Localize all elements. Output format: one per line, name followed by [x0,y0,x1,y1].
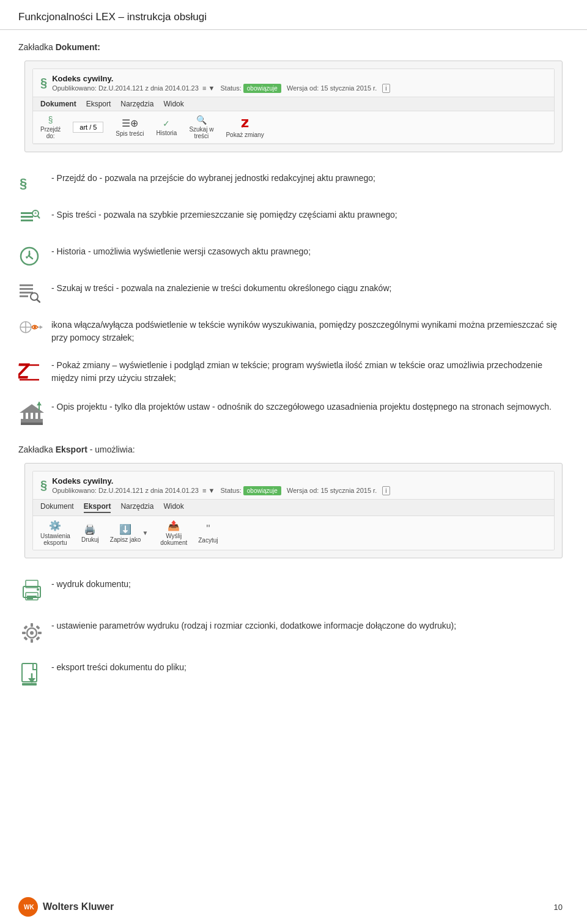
desc-text-szukaj: - Szukaj w treści - pozwala na znalezien… [51,282,569,295]
desc-icon-eksport [18,661,43,688]
ustawienia-icon: ⚙️ [49,520,61,531]
svg-text:+: + [34,211,37,215]
toolbar-buttons-1: § Przejdźdo: ☰⊕ Spis treści ✓ Historia 🔍 [33,111,554,144]
doc-info-1: Kodeks cywilny. Opublikowano: Dz.U.2014.… [52,74,389,92]
svg-rect-41 [31,623,33,627]
status-badge-2: obowiązuje [243,486,281,495]
svg-rect-11 [20,292,33,294]
page-content: Zakładka Dokument: § Kodeks cywilny. Opu… [0,42,587,737]
nav-narzedzia-2[interactable]: Narzędzia [120,502,153,513]
toolbar-nav-2: Dokument Eksport Narzędzia Widok [33,500,554,516]
desc-icon-opis [18,401,43,427]
zacytuj-btn[interactable]: " Zacytuj [198,523,218,544]
nav-dokument-2[interactable]: Dokument [40,502,74,513]
desc-ikona: ikona włącza/wyłącza podświetlenie w tek… [18,316,569,347]
page-title: Funkcjonalności LEX – instrukcja obsługi [18,11,569,23]
historia-btn[interactable]: ✓ Historia [156,119,177,136]
wyslij-label: Wyślijdokument [160,533,187,546]
desc-ustawienie: - ustawienie parametrów wydruku (rodzaj … [18,617,569,649]
przejdz-btn[interactable]: § Przejdźdo: [40,115,61,139]
nav-eksport-1[interactable]: Eksport [86,100,111,108]
pokaz-icon: Z̷ [241,117,249,130]
nav-widok-1[interactable]: Widok [163,100,183,108]
ui-screenshot-1: § Kodeks cywilny. Opublikowano: Dz.U.201… [24,61,563,152]
nav-dokument-1[interactable]: Dokument [40,100,76,108]
svg-rect-37 [27,598,33,599]
desc-text-pokaz: - Pokaż zmiany – wyświetlenie i podgląd … [51,359,569,385]
zacytuj-icon: " [206,523,210,536]
toolbar-nav-1: Dokument Eksport Narzędzia Widok [33,97,554,111]
pokaz-label: Pokaż zmiany [226,131,264,138]
desc-text-spis: - Spis treści - pozwala na szybkie przem… [51,209,569,221]
status-badge-1: obowiązuje [243,84,281,93]
spis-btn[interactable]: ☰⊕ Spis treści [116,117,144,137]
desc-icon-ikona [18,319,43,341]
zapisz-label: Zapisz jako [110,536,141,543]
desc-przejdz: § - Przejdź do - pozwala na przejście do… [18,169,569,196]
svg-rect-2 [21,216,33,218]
doc-header-2: § Kodeks cywilny. Opublikowano: Dz.U.201… [33,471,554,500]
desc-opis: - Opis projektu - tylko dla projektów us… [18,398,569,430]
zapisz-dropdown[interactable]: ▼ [141,530,149,536]
desc-icon-szukaj [18,282,43,304]
page-header: Funkcjonalności LEX – instrukcja obsługi [0,0,587,30]
przejdz-label: Przejdźdo: [40,126,61,139]
svg-rect-10 [20,288,33,290]
svg-rect-44 [38,632,42,634]
svg-rect-14 [20,295,28,297]
svg-rect-43 [22,632,26,634]
svg-point-18 [34,326,36,328]
ustawienia-label: Ustawieniaeksportu [40,533,70,546]
zapisz-btn[interactable]: ⬇️ Zapisz jako [110,523,141,543]
spis-label: Spis treści [116,130,144,137]
svg-rect-52 [22,683,37,686]
footer: WK Wolters Kluwer [18,897,114,917]
desc-eksport: - eksport treści dokumentu do pliku; [18,659,569,690]
ui-inner-1: § Kodeks cywilny. Opublikowano: Dz.U.201… [32,68,555,144]
desc-icon-pokaz: Z [18,359,43,386]
info-icon-2[interactable]: i [382,486,389,495]
drukuj-label: Drukuj [81,536,99,543]
doc-header-1: § Kodeks cywilny. Opublikowano: Dz.U.201… [33,69,554,97]
desc-icon-spis: + [18,209,43,231]
wyslij-icon: 📤 [168,520,180,531]
desc-icon-wydruk [18,578,43,605]
nav-widok-2[interactable]: Widok [163,502,183,513]
desc-text-ikona: ikona włącza/wyłącza podświetlenie w tek… [51,319,569,344]
desc-historia: ✓ - Historia - umożliwia wyświetlenie we… [18,243,569,270]
historia-label: Historia [156,130,177,136]
nav-eksport-2[interactable]: Eksport [84,502,111,513]
szukaj-btn[interactable]: 🔍 Szukaj wtreści [189,115,213,139]
svg-rect-30 [21,423,43,425]
svg-rect-27 [33,413,35,419]
pokaz-btn[interactable]: Z̷ Pokaż zmiany [226,117,264,138]
svg-rect-9 [20,284,33,286]
desc-text-przejdz: - Przejdź do - pozwala na przejście do w… [51,172,569,185]
svg-rect-45 [23,625,28,629]
desc-icon-historia: ✓ [18,245,43,267]
ustawienia-btn[interactable]: ⚙️ Ustawieniaeksportu [40,520,70,546]
desc-icon-ustawienie [18,619,43,646]
wyslij-btn[interactable]: 📤 Wyślijdokument [160,520,187,546]
ui-screenshot-2: § Kodeks cywilny. Opublikowano: Dz.U.201… [24,463,563,558]
desc-szukaj: - Szukaj w treści - pozwala na znalezien… [18,279,569,306]
svg-rect-1 [21,212,33,214]
doc-title-2: Kodeks cywilny. [52,476,389,486]
drukuj-btn[interactable]: 🖨️ Drukuj [81,523,99,543]
szukaj-label: Szukaj wtreści [189,126,213,139]
doc-icon-2: § [40,478,47,492]
info-icon-1[interactable]: i [382,84,389,93]
footer-brand: Wolters Kluwer [43,901,114,912]
nav-narzedzia-1[interactable]: Narzędzia [120,100,153,108]
svg-rect-46 [35,625,40,629]
desc-text-wydruk: - wydruk dokumentu; [51,578,569,591]
drukuj-icon: 🖨️ [84,523,96,535]
desc-text-opis: - Opis projektu - tylko dla projektów us… [51,401,569,413]
footer-logo-circle: WK [18,897,38,917]
svg-point-40 [30,631,34,635]
desc-pokaz: Z - Pokaż zmiany – wyświetlenie i podglą… [18,357,569,388]
ui-inner-2: § Kodeks cywilny. Opublikowano: Dz.U.201… [32,471,555,550]
svg-rect-25 [23,413,26,419]
art-input[interactable] [73,122,103,133]
przejdz-icon: § [48,115,53,125]
